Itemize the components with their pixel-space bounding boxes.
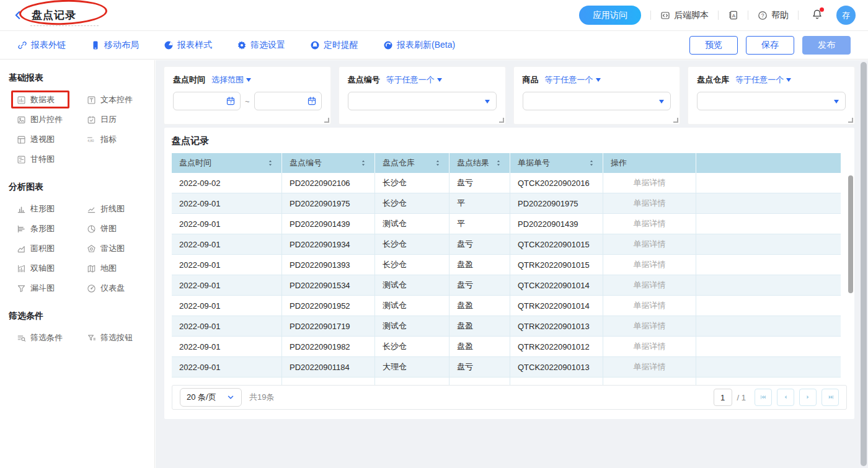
table-cell-clipped — [696, 377, 841, 385]
page-title[interactable]: 盘点记录 — [32, 9, 76, 21]
save-button[interactable]: 保存 — [746, 36, 794, 55]
double-right-icon — [826, 394, 835, 402]
toolbar-item[interactable]: 报表刷新(Beta) — [383, 40, 455, 51]
sidebar-item[interactable]: 雷达图 — [87, 239, 157, 258]
data-table-widget[interactable]: 盘点记录 盘点时间盘点编号盘点仓库盘点结果单据单号操作 2022-09-02PD… — [164, 128, 854, 419]
table-cell-clipped — [510, 377, 603, 385]
toolbar-item[interactable]: 移动布局 — [91, 40, 139, 51]
column-header[interactable]: 盘点结果 — [450, 153, 510, 173]
code-square-icon — [660, 11, 670, 20]
table-header-row: 盘点时间盘点编号盘点仓库盘点结果单据单号操作 — [172, 153, 841, 173]
back-button[interactable] — [12, 10, 23, 20]
caret-down-icon — [437, 78, 442, 82]
filter-body — [697, 92, 846, 110]
resize-handle[interactable] — [848, 118, 853, 123]
sidebar-item[interactable]: 饼图 — [87, 219, 157, 239]
row-action-link[interactable]: 单据详情 — [603, 234, 696, 255]
sort-icon[interactable] — [360, 159, 367, 167]
contacts-button[interactable]: A — [728, 10, 738, 20]
sidebar-item[interactable]: 4,80指标 — [87, 130, 157, 149]
table-cell: 平 — [450, 193, 510, 214]
table-cell: 2022-09-01 — [172, 316, 282, 337]
sort-icon[interactable] — [495, 159, 502, 167]
toolbar-item[interactable]: 定时提醒 — [310, 40, 358, 51]
filter-widget[interactable]: 商品等于任意一个 — [514, 67, 680, 124]
current-page-input[interactable]: 1 — [714, 389, 732, 406]
column-header[interactable]: 盘点时间 — [172, 153, 282, 173]
divider — [650, 11, 651, 20]
sidebar-item[interactable]: 透视图 — [17, 130, 87, 149]
prev-page-button[interactable] — [777, 389, 794, 406]
row-action-link[interactable]: 单据详情 — [603, 316, 696, 337]
sidebar-item[interactable]: 折线图 — [87, 199, 157, 219]
filter-select[interactable] — [697, 92, 846, 110]
preview-button[interactable]: 预览 — [689, 36, 738, 55]
sidebar-item[interactable]: 漏斗图 — [17, 278, 87, 298]
filter-widget[interactable]: 盘点编号等于任意一个 — [339, 67, 505, 124]
notification-dot — [820, 7, 824, 12]
row-action-link[interactable]: 单据详情 — [603, 357, 696, 377]
row-action-link[interactable]: 单据详情 — [603, 173, 696, 193]
notification-bell-button[interactable] — [812, 9, 823, 22]
sidebar-item[interactable]: 双轴图 — [17, 258, 87, 278]
next-page-button[interactable] — [799, 389, 817, 406]
svg-text:7: 7 — [311, 100, 313, 104]
filter-select[interactable] — [523, 92, 671, 110]
scrollbar-thumb[interactable] — [861, 62, 867, 466]
backend-script-button[interactable]: 后端脚本 — [660, 10, 709, 21]
column-header[interactable]: 盘点仓库 — [375, 153, 450, 173]
filter-operator-dropdown[interactable]: 等于任意一个 — [735, 74, 791, 86]
page-size-select[interactable]: 20 条/页 — [180, 388, 242, 407]
filter-operator-dropdown[interactable]: 选择范围 — [211, 74, 251, 86]
sidebar-section-title: 基础报表 — [0, 73, 154, 84]
toolbar-item[interactable]: 报表样式 — [164, 40, 212, 51]
sidebar-item[interactable]: 仪表盘 — [87, 278, 157, 298]
sidebar-item[interactable]: 日历 — [87, 110, 157, 130]
sidebar-item[interactable]: 条形图 — [17, 219, 87, 239]
filter-operator-dropdown[interactable]: 等于任意一个 — [545, 74, 601, 86]
resize-handle[interactable] — [673, 118, 678, 123]
column-header[interactable]: 单据单号 — [510, 153, 603, 173]
filter-widget[interactable]: 盘点时间选择范围7~7 — [164, 67, 330, 124]
row-action-link[interactable]: 单据详情 — [603, 214, 696, 234]
row-action-link[interactable]: 单据详情 — [603, 255, 696, 275]
sort-icon[interactable] — [434, 159, 441, 167]
filter-widget[interactable]: 盘点仓库等于任意一个 — [688, 67, 854, 124]
row-action-link[interactable]: 单据详情 — [603, 275, 696, 296]
toolbar-item[interactable]: 筛选设置 — [237, 40, 285, 51]
metric-icon: 4,80 — [87, 135, 96, 144]
sidebar-item[interactable]: 甘特图 — [17, 149, 87, 169]
first-page-button[interactable] — [755, 389, 772, 406]
table-cell: 测试仓 — [375, 296, 450, 316]
app-access-button[interactable]: 应用访问 — [579, 6, 641, 25]
resize-handle[interactable] — [499, 118, 504, 123]
table-cell: 盘盈 — [450, 316, 510, 337]
sidebar-item[interactable]: 筛选条件 — [17, 328, 87, 348]
page-vertical-scrollbar[interactable] — [859, 60, 868, 468]
resize-handle[interactable] — [324, 118, 329, 123]
sidebar-item[interactable]: 数据表 — [17, 90, 87, 110]
help-button[interactable]: ? 帮助 — [758, 10, 789, 21]
sidebar-item[interactable]: 柱形图 — [17, 199, 87, 219]
filter-operator-dropdown[interactable]: 等于任意一个 — [386, 74, 442, 86]
sidebar-item[interactable]: 筛选按钮 — [87, 328, 157, 348]
date-end-input[interactable]: 7 — [254, 92, 322, 110]
row-action-link[interactable]: 单据详情 — [603, 193, 696, 214]
column-header[interactable]: 盘点编号 — [282, 153, 375, 173]
sidebar-item-label: 日历 — [100, 114, 117, 125]
toolbar-item[interactable]: 报表外链 — [17, 40, 66, 51]
user-avatar[interactable]: 存 — [836, 6, 856, 25]
sidebar-item[interactable]: 地图 — [87, 258, 157, 278]
row-action-link[interactable]: 单据详情 — [603, 337, 696, 357]
date-start-input[interactable]: 7 — [173, 92, 241, 110]
publish-button[interactable]: 发布 — [802, 36, 851, 55]
sidebar-item[interactable]: 文本控件 — [87, 90, 157, 110]
sidebar-item[interactable]: 面积图 — [17, 239, 87, 258]
filter-select[interactable] — [348, 92, 497, 110]
sort-icon[interactable] — [588, 159, 595, 167]
sidebar-item[interactable]: 图片控件 — [17, 110, 87, 130]
last-page-button[interactable] — [822, 389, 839, 406]
sort-icon[interactable] — [267, 159, 274, 167]
table-vertical-scrollbar[interactable] — [848, 175, 853, 293]
row-action-link[interactable]: 单据详情 — [603, 296, 696, 316]
